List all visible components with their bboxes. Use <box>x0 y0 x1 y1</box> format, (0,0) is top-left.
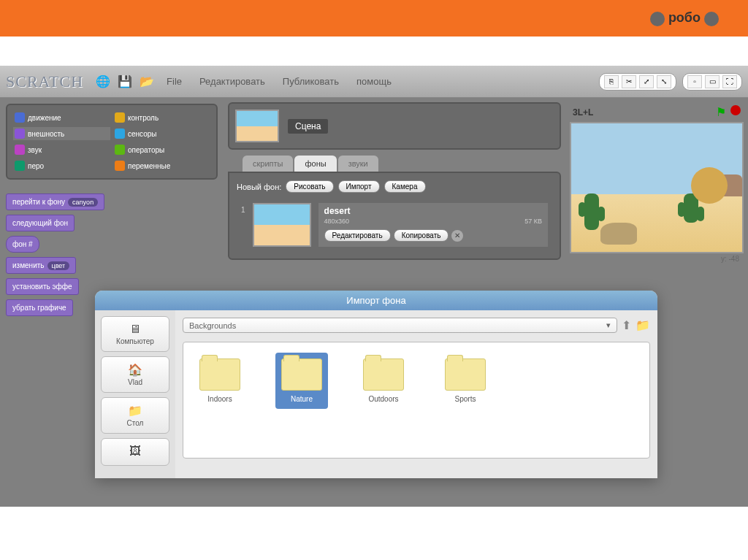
globe-icon[interactable]: 🌐 <box>95 74 111 90</box>
import-button[interactable]: Импорт <box>338 180 380 193</box>
category-label: перо <box>28 162 44 170</box>
block-next-bg[interactable]: следующий фон <box>6 215 75 231</box>
category-color-dot <box>115 112 125 123</box>
large-stage-icon[interactable]: ▭ <box>705 75 720 88</box>
block-bg-num[interactable]: фон # <box>6 236 39 253</box>
category-label: внешность <box>28 130 64 138</box>
bg-delete-icon[interactable]: ✕ <box>451 230 463 242</box>
import-dialog: Импорт фона 🖥Компьютер 🏠Vlad 📁Стол 🖼 Bac… <box>95 291 657 478</box>
bg-dimensions: 480x360 <box>324 218 350 225</box>
bg-item-thumb[interactable] <box>253 203 311 247</box>
folder-icon <box>445 358 486 391</box>
bg-item-details: desert 480x360 57 КВ Редактировать Копир… <box>318 203 548 247</box>
sprite-tools: ⎘ ✂ ⤢ ⤡ <box>599 73 676 91</box>
stop-icon[interactable] <box>730 105 741 115</box>
dialog-title: Импорт фона <box>95 291 657 310</box>
file-browser[interactable]: Indoors Nature Outdoors Sports <box>183 342 650 459</box>
page-header: робо <box>0 0 748 37</box>
view-tools: ▫ ▭ ⛶ <box>682 73 742 91</box>
up-folder-icon[interactable]: ⬆ <box>622 318 631 332</box>
sprite-thumbnail[interactable] <box>235 110 279 142</box>
tab-scripts[interactable]: скрипты <box>243 156 293 172</box>
menu-edit[interactable]: Редактировать <box>194 73 271 90</box>
category-color-dot <box>115 129 125 139</box>
block-param[interactable]: canyon <box>68 198 98 207</box>
stage-title: 3L+L <box>573 107 593 118</box>
present-icon[interactable]: ⛶ <box>722 75 737 88</box>
category-pen[interactable]: перо <box>13 159 110 172</box>
block-param[interactable]: цвет <box>47 261 70 270</box>
bg-item-actions: Редактировать Копировать ✕ <box>324 229 542 242</box>
category-label: контроль <box>128 114 159 122</box>
save-icon[interactable]: 💾 <box>117 74 133 90</box>
category-looks[interactable]: внешность <box>13 127 110 140</box>
category-color-dot <box>15 161 25 171</box>
new-bg-label: Новый фон: <box>237 183 281 191</box>
category-label: переменные <box>128 162 170 170</box>
menu-file[interactable]: File <box>161 73 188 90</box>
category-operators[interactable]: операторы <box>113 143 210 156</box>
location-computer[interactable]: 🖥Компьютер <box>101 316 169 352</box>
folder-icon <box>199 358 240 391</box>
camera-button[interactable]: Камера <box>384 180 426 193</box>
small-stage-icon[interactable]: ▫ <box>687 75 702 88</box>
category-variables[interactable]: переменные <box>113 159 210 172</box>
logo: робо <box>650 10 719 26</box>
block-set-effect[interactable]: установить эффе <box>6 278 79 295</box>
category-label: звук <box>28 146 42 154</box>
bg-list-item: 1 desert 480x360 57 КВ Редактировать Коп… <box>237 199 552 251</box>
folder-nature[interactable]: Nature <box>275 353 328 409</box>
category-control[interactable]: контроль <box>113 111 210 124</box>
shrink-icon[interactable]: ⤡ <box>657 75 671 88</box>
bg-item-meta: 480x360 57 КВ <box>324 218 542 225</box>
tabs: скрипты фоны звуки <box>228 156 561 172</box>
folder-label: Indoors <box>207 395 232 403</box>
location-label: Стол <box>127 419 144 427</box>
menu-share[interactable]: Публиковать <box>277 73 345 90</box>
bg-item-name[interactable]: desert <box>324 206 542 216</box>
folder-outdoors[interactable]: Outdoors <box>357 353 410 409</box>
location-user[interactable]: 🏠Vlad <box>101 356 169 393</box>
gear-icon <box>704 12 719 26</box>
category-sound[interactable]: звук <box>13 143 110 156</box>
green-flag-icon[interactable]: ⚑ <box>716 105 726 119</box>
folder-label: Sports <box>455 395 476 403</box>
tab-backgrounds[interactable]: фоны <box>294 156 336 172</box>
folder-open-icon[interactable]: 📂 <box>139 74 155 90</box>
bg-copy-button[interactable]: Копировать <box>394 229 449 242</box>
block-clear-effects[interactable]: убрать графиче <box>6 299 73 316</box>
category-label: сенсоры <box>128 130 157 138</box>
sprite-name[interactable]: Сцена <box>288 119 328 134</box>
folder-icon: 📁 <box>104 404 166 418</box>
grow-icon[interactable]: ⤢ <box>639 75 654 88</box>
dialog-body: 🖥Компьютер 🏠Vlad 📁Стол 🖼 Backgrounds ▾ ⬆… <box>95 310 657 478</box>
folder-indoors[interactable]: Indoors <box>194 353 246 409</box>
paint-button[interactable]: Рисовать <box>286 180 333 193</box>
location-label: Vlad <box>128 378 142 386</box>
location-examples[interactable]: 🖼 <box>101 438 169 466</box>
bg-edit-button[interactable]: Редактировать <box>324 229 391 242</box>
location-desktop[interactable]: 📁Стол <box>101 397 169 434</box>
stage-coordinates: y: -48 <box>570 253 744 264</box>
category-label: операторы <box>128 146 164 154</box>
picture-icon: 🖼 <box>104 445 166 458</box>
new-folder-icon[interactable]: 📁 <box>636 318 650 332</box>
category-color-dot <box>115 145 125 155</box>
stage-donkey-sprite <box>600 223 637 245</box>
bg-toolbar: Новый фон: Рисовать Импорт Камера <box>237 180 552 193</box>
stamp-icon[interactable]: ⎘ <box>604 75 619 88</box>
menu-help[interactable]: помощь <box>351 73 397 90</box>
backgrounds-panel: Новый фон: Рисовать Импорт Камера 1 dese… <box>228 172 561 260</box>
path-dropdown[interactable]: Backgrounds ▾ <box>183 318 617 333</box>
folder-icon <box>281 358 322 391</box>
folder-icon <box>363 358 404 391</box>
stage-canvas[interactable] <box>570 122 744 253</box>
scissors-icon[interactable]: ✂ <box>622 75 636 88</box>
tab-sounds[interactable]: звуки <box>338 156 378 172</box>
folder-sports[interactable]: Sports <box>439 353 492 409</box>
folder-label: Outdoors <box>368 395 398 403</box>
block-switch-bg[interactable]: перейти к фонуcanyon <box>6 193 104 210</box>
category-sensing[interactable]: сенсоры <box>113 127 210 140</box>
block-change-effect[interactable]: изменитьцвет <box>6 257 76 274</box>
category-motion[interactable]: движение <box>13 111 110 124</box>
